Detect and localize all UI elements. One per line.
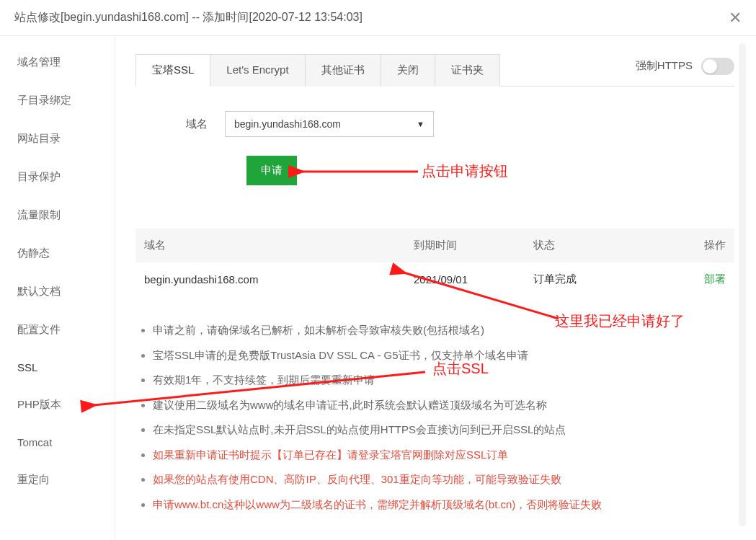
note-item: 如果您的站点有使用CDN、高防IP、反向代理、301重定向等功能，可能导致验证失… <box>153 467 734 492</box>
note-item: 宝塔SSL申请的是免费版TrustAsia DV SSL CA - G5证书，仅… <box>153 343 734 368</box>
main-layout: 域名管理 子目录绑定 网站目录 目录保护 流量限制 伪静态 默认文档 配置文件 … <box>0 36 756 540</box>
tab-close[interactable]: 关闭 <box>381 54 435 87</box>
table-header-row: 域名 到期时间 状态 操作 <box>135 229 734 262</box>
sidebar-item-domain-mgmt[interactable]: 域名管理 <box>0 43 115 81</box>
notes-list: 申请之前，请确保域名已解析，如未解析会导致审核失败(包括根域名) 宝塔SSL申请… <box>135 318 734 517</box>
sidebar-item-php-version[interactable]: PHP版本 <box>0 386 115 424</box>
table-row: begin.yundashi168.com 2021/09/01 订单完成 部署 <box>135 262 734 296</box>
chevron-down-icon: ▼ <box>417 120 424 128</box>
sidebar-item-dir-protect[interactable]: 目录保护 <box>0 158 115 196</box>
content-pane: 宝塔SSL Let's Encrypt 其他证书 关闭 证书夹 强制HTTPS … <box>115 36 756 540</box>
apply-button[interactable]: 申请 <box>246 156 297 185</box>
sidebar-item-ssl[interactable]: SSL <box>0 349 115 386</box>
note-item: 有效期1年，不支持续签，到期后需要重新申请 <box>153 368 734 393</box>
tab-lets-encrypt[interactable]: Let's Encrypt <box>210 54 305 87</box>
domain-select-value: begin.yundashi168.com <box>234 118 341 130</box>
scrollbar[interactable] <box>739 43 746 526</box>
button-row: 申请 <box>135 156 734 185</box>
window-titlebar: 站点修改[begin.yundashi168.com] -- 添加时间[2020… <box>0 0 756 36</box>
sidebar-item-subdir-bind[interactable]: 子目录绑定 <box>0 81 115 120</box>
sidebar-item-traffic-limit[interactable]: 流量限制 <box>0 196 115 234</box>
toggle-knob <box>703 59 717 74</box>
note-item: 申请www.bt.cn这种以www为二级域名的证书，需绑定并解析顶级域名(bt.… <box>153 492 734 518</box>
note-item: 如果重新申请证书时提示【订单已存在】请登录宝塔官网删除对应SSL订单 <box>153 443 734 468</box>
domain-select[interactable]: begin.yundashi168.com ▼ <box>225 111 434 137</box>
cert-table: 域名 到期时间 状态 操作 begin.yundashi168.com 2021… <box>135 229 734 296</box>
sidebar-item-default-doc[interactable]: 默认文档 <box>0 273 115 311</box>
sidebar-item-config-file[interactable]: 配置文件 <box>0 311 115 349</box>
tab-cert-folder[interactable]: 证书夹 <box>435 54 500 87</box>
sidebar: 域名管理 子目录绑定 网站目录 目录保护 流量限制 伪静态 默认文档 配置文件 … <box>0 36 115 540</box>
sidebar-item-rewrite[interactable]: 伪静态 <box>0 234 115 273</box>
sidebar-item-redirect[interactable]: 重定向 <box>0 461 115 499</box>
force-https: 强制HTTPS <box>636 58 734 82</box>
sidebar-item-site-dir[interactable]: 网站目录 <box>0 120 115 158</box>
close-icon[interactable]: ✕ <box>729 9 742 27</box>
domain-label: 域名 <box>186 118 208 131</box>
force-https-label: 强制HTTPS <box>636 59 693 73</box>
tabs: 宝塔SSL Let's Encrypt 其他证书 关闭 证书夹 <box>135 53 499 86</box>
tab-other-cert[interactable]: 其他证书 <box>305 54 381 87</box>
sidebar-item-tomcat[interactable]: Tomcat <box>0 424 115 461</box>
note-item: 申请之前，请确保域名已解析，如未解析会导致审核失败(包括根域名) <box>153 318 734 343</box>
note-item: 建议使用二级域名为www的域名申请证书,此时系统会默认赠送顶级域名为可选名称 <box>153 393 734 418</box>
domain-form-row: 域名 begin.yundashi168.com ▼ <box>135 111 734 137</box>
window-title: 站点修改[begin.yundashi168.com] -- 添加时间[2020… <box>14 10 363 25</box>
force-https-toggle[interactable] <box>701 58 734 75</box>
note-item: 在未指定SSL默认站点时,未开启SSL的站点使用HTTPS会直接访问到已开启SS… <box>153 417 734 443</box>
deploy-link[interactable]: 部署 <box>704 273 726 285</box>
tab-baota-ssl[interactable]: 宝塔SSL <box>135 54 210 87</box>
tabs-row: 宝塔SSL Let's Encrypt 其他证书 关闭 证书夹 强制HTTPS <box>135 53 734 87</box>
